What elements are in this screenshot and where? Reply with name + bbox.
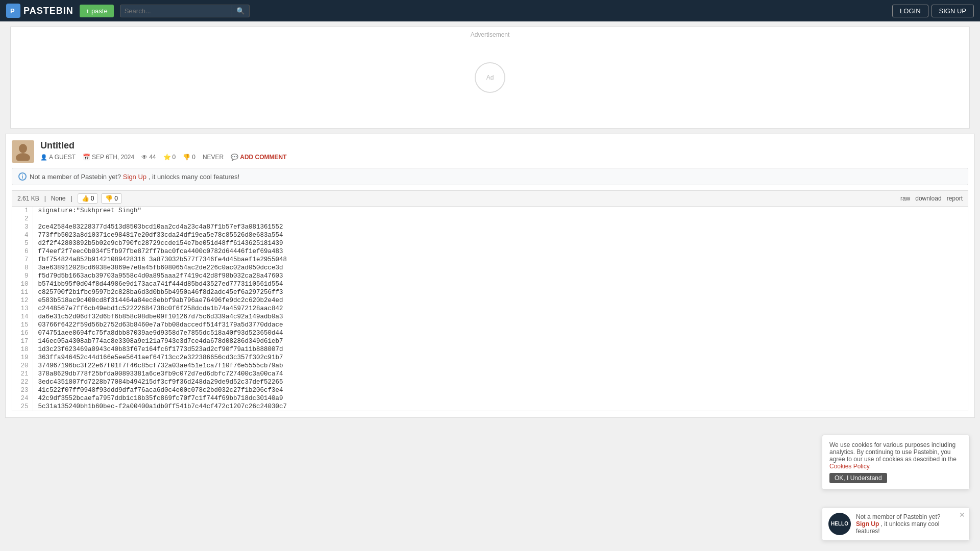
thumbsup-icon: 👍 <box>82 195 89 202</box>
line-code: 42c9df3552bcaefa7957ddb1c18b35fc869fc70f… <box>33 394 968 403</box>
line-number: 4 <box>12 231 33 239</box>
table-row: 12e583b518ac9c400cd8f314464a84ec8ebbf9ab… <box>12 296 968 305</box>
signup-button[interactable]: SIGN UP <box>932 5 974 17</box>
header: P PASTEBIN + paste 🔍 LOGIN SIGN UP <box>0 0 980 21</box>
line-number: 2 <box>12 215 33 223</box>
line-code: 074751aee8694fc75fa8dbb87039ae9d9358d7e7… <box>33 329 968 337</box>
meta-views: 👁 44 <box>141 154 156 161</box>
vote-area: 👍 0 👎 0 <box>78 193 122 204</box>
like-icon: ⭐ <box>163 154 171 161</box>
line-number: 18 <box>12 345 33 354</box>
line-number: 13 <box>12 305 33 313</box>
dislike-icon: 👎 <box>183 154 190 161</box>
line-code: 5c31a135240bh1b60bec-f2a00400a1db0ff541b… <box>33 403 968 411</box>
upvote-button[interactable]: 👍 0 <box>78 193 99 204</box>
ad-label: Advertisement <box>471 31 510 38</box>
toolbar-right: raw download report <box>900 195 963 202</box>
toolbar-left: 2.61 KB | None | 👍 0 👎 0 <box>17 193 122 204</box>
line-number: 22 <box>12 378 33 386</box>
ad-circle: Ad <box>475 62 505 93</box>
line-code <box>33 215 968 223</box>
line-code: c825700f2b1fbc9597b2c828ba6d3d0bb5b4950a… <box>33 288 968 296</box>
separator1: | <box>44 195 46 202</box>
line-code: 374967196bc3f22e67f01f7f46c85cf732a03ae4… <box>33 362 968 370</box>
search-input[interactable] <box>120 5 232 17</box>
table-row: 10b5741bb95f0d04f8d44986e9d173aca741f444… <box>12 280 968 288</box>
line-number: 9 <box>12 272 33 280</box>
info-icon: i <box>18 172 27 181</box>
line-code: 3ae638912028cd6038e3869e7e8a45fb6080654a… <box>33 264 968 272</box>
paste-meta: 👤 A GUEST 📅 SEP 6TH, 2024 👁 44 ⭐ 0 👎 <box>40 154 287 161</box>
raw-link[interactable]: raw <box>900 195 910 202</box>
line-number: 17 <box>12 337 33 345</box>
line-code: da6e31c52d06df32d6bf6b858c08dbe09f101267… <box>33 313 968 321</box>
meta-date: 📅 SEP 6TH, 2024 <box>83 154 134 161</box>
upvote-count: 0 <box>91 195 94 202</box>
table-row: 20374967196bc3f22e67f01f7f46c85cf732a03a… <box>12 362 968 370</box>
paste-title: Untitled <box>40 140 287 151</box>
downvote-count: 0 <box>114 195 118 202</box>
table-row: 11c825700f2b1fbc9597b2c828ba6d3d0bb5b495… <box>12 288 968 296</box>
downvote-button[interactable]: 👎 0 <box>101 193 122 204</box>
line-code: 2ce42584e83228377d4513d8503bcd10aa2cd4a2… <box>33 223 968 231</box>
table-row: 181d3c23f623469a0943c40b83f67e164fc6f177… <box>12 345 968 354</box>
meta-expiry: NEVER <box>203 154 224 161</box>
table-row: 4773ffb5023a8d10371ce984817e20df33cda24d… <box>12 231 968 239</box>
table-row: 1503766f6422f59d56b2752d63b8460e7a7bb08d… <box>12 321 968 329</box>
paste-toolbar: 2.61 KB | None | 👍 0 👎 0 raw download re… <box>12 190 968 207</box>
add-comment-link[interactable]: 💬 ADD COMMENT <box>231 154 286 161</box>
line-number: 11 <box>12 288 33 296</box>
line-number: 24 <box>12 394 33 403</box>
line-code: 3edc4351807fd7228b77084b494215df3cf9f36d… <box>33 378 968 386</box>
paste-info: Untitled 👤 A GUEST 📅 SEP 6TH, 2024 👁 44 … <box>40 140 287 161</box>
line-code: 146ec05a4308ab774ac8e3308a9e121a7943e3d7… <box>33 337 968 345</box>
line-number: 12 <box>12 296 33 305</box>
code-container: 1signature:"Sukhpreet Singh"232ce42584e8… <box>12 207 968 411</box>
table-row: 21378a8629db778f25bfda00893381a6ce3fb9c0… <box>12 370 968 378</box>
avatar <box>12 140 34 163</box>
info-signup-link[interactable]: Sign Up <box>123 173 146 181</box>
line-code: 1d3c23f623469a0943c40b83f67e164fc6f1773d… <box>33 345 968 354</box>
report-link[interactable]: report <box>947 195 963 202</box>
meta-dislikes: 👎 0 <box>183 154 195 161</box>
logo-text: PASTEBIN <box>23 6 74 16</box>
line-number: 20 <box>12 362 33 370</box>
line-code: 03766f6422f59d56b2752d63b8460e7a7bb08dac… <box>33 321 968 329</box>
eye-icon: 👁 <box>141 154 148 161</box>
table-row: 9f5d79d5b1663acb39703a9558c4d0a895aaa2f7… <box>12 272 968 280</box>
table-row: 32ce42584e83228377d4513d8503bcd10aa2cd4a… <box>12 223 968 231</box>
table-row: 2442c9df3552bcaefa7957ddb1c18b35fc869fc7… <box>12 394 968 403</box>
line-number: 15 <box>12 321 33 329</box>
table-row: 83ae638912028cd6038e3869e7e8a45fb6080654… <box>12 264 968 272</box>
login-button[interactable]: LOGIN <box>892 5 928 17</box>
avatar-icon <box>15 142 31 161</box>
table-row: 14da6e31c52d06df32d6bf6b858c08dbe09f1012… <box>12 313 968 321</box>
table-row: 2 <box>12 215 968 223</box>
line-code: 378a8629db778f25bfda00893381a6ce3fb9c072… <box>33 370 968 378</box>
info-banner: i Not a member of Pastebin yet? Sign Up … <box>12 168 968 185</box>
download-link[interactable]: download <box>915 195 941 202</box>
separator2: | <box>71 195 72 202</box>
line-number: 25 <box>12 403 33 411</box>
line-code: b5741bb95f0d04f8d44986e9d173aca741f444d8… <box>33 280 968 288</box>
new-paste-button[interactable]: + paste <box>80 5 114 17</box>
line-code: e583b518ac9c400cd8f314464a84ec8ebbf9ab79… <box>33 296 968 305</box>
svg-text:P: P <box>10 7 15 15</box>
svg-point-3 <box>16 153 30 161</box>
line-code: c2448567e7ff6cb49ebd1c52222684738c0f6f25… <box>33 305 968 313</box>
logo-icon: P <box>6 4 20 18</box>
line-number: 8 <box>12 264 33 272</box>
line-number: 7 <box>12 256 33 264</box>
line-code: fbf754824a852b91421089428316 3a873032b57… <box>33 256 968 264</box>
logo-area[interactable]: P PASTEBIN <box>6 4 74 18</box>
paste-syntax: None <box>51 195 66 202</box>
table-row: 6f74eef2f7eec0b034f5fb97fbe872ff7bac0fca… <box>12 247 968 256</box>
line-code: d2f2f42803892b5b02e9cb790fc28729ccde154e… <box>33 239 968 247</box>
table-row: 17146ec05a4308ab774ac8e3308a9e121a7943e3… <box>12 337 968 345</box>
table-row: 13c2448567e7ff6cb49ebd1c52222684738c0f6f… <box>12 305 968 313</box>
line-number: 23 <box>12 386 33 394</box>
line-code: 773ffb5023a8d10371ce984817e20df33cda24df… <box>33 231 968 239</box>
table-row: 223edc4351807fd7228b77084b494215df3cf9f3… <box>12 378 968 386</box>
line-code: signature:"Sukhpreet Singh" <box>33 207 968 215</box>
search-button[interactable]: 🔍 <box>232 5 250 17</box>
